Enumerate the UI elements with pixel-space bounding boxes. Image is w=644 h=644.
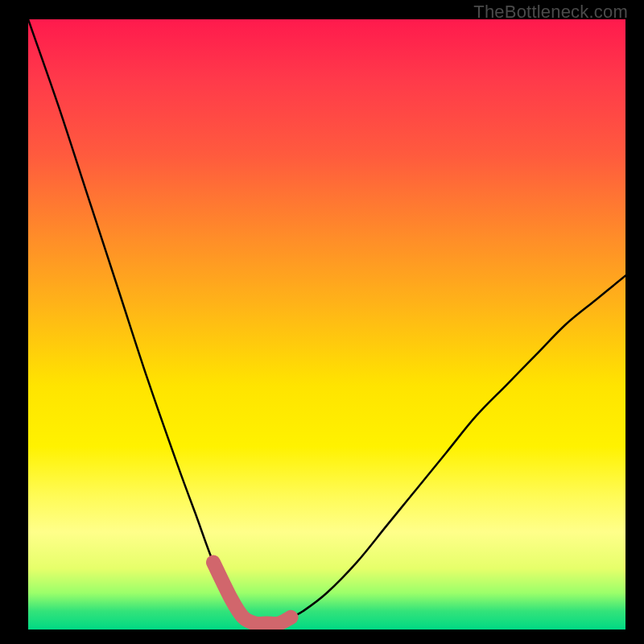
chart-frame: TheBottleneck.com	[0, 0, 644, 644]
curve-layer	[28, 19, 625, 630]
optimal-zone-marker	[213, 563, 291, 624]
plot-area	[28, 19, 625, 630]
bottleneck-curve	[28, 19, 625, 624]
